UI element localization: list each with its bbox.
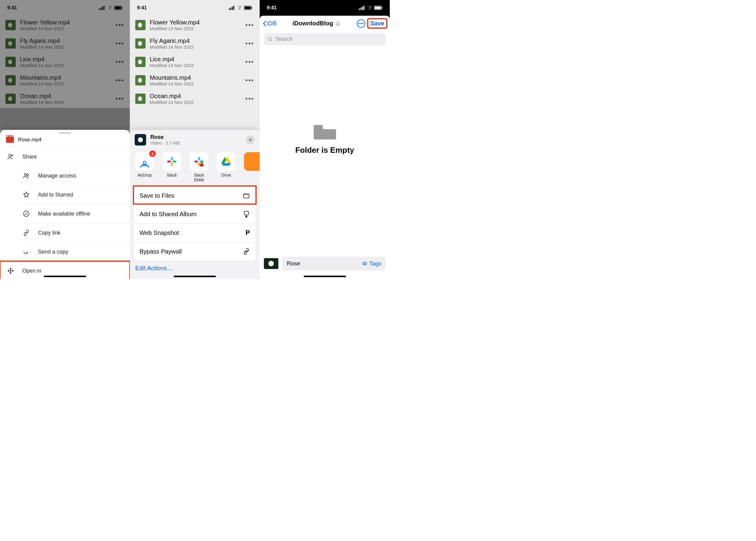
svg-rect-16 — [245, 7, 251, 9]
sheet-filename: Rose.mp4 — [18, 137, 41, 143]
more-icon[interactable]: ••• — [245, 40, 254, 47]
status-icons — [229, 6, 253, 10]
empty-folder-state: Folder is Empty — [260, 124, 390, 155]
action-copy-link[interactable]: Copy link — [22, 223, 130, 242]
file-list: Flower Yellow.mp4Modified 14 Nov 2022•••… — [0, 16, 130, 108]
svg-rect-19 — [171, 157, 173, 161]
people-icon — [22, 172, 30, 180]
svg-point-18 — [143, 161, 146, 164]
action-save-to-files[interactable]: Save to Files — [134, 187, 256, 205]
svg-rect-32 — [244, 194, 249, 198]
app-slack[interactable]: Slack — [163, 152, 181, 182]
svg-rect-24 — [200, 161, 204, 163]
video-thumb-icon — [5, 75, 16, 85]
action-share[interactable]: Share — [0, 147, 130, 166]
close-button[interactable]: ✕ — [246, 135, 255, 144]
share-actions-list: Save to Files Add to Shared Album Web Sn… — [134, 187, 256, 261]
person-plus-icon — [7, 153, 14, 161]
status-bar: 9:41 — [130, 0, 260, 16]
picker-bottom-bar: Rose Tags — [264, 257, 385, 270]
file-row[interactable]: Fly Agaric.mp4Modified 14 Nov 2022••• — [0, 34, 130, 53]
home-indicator[interactable] — [304, 275, 346, 277]
svg-rect-23 — [198, 157, 200, 161]
drive-action-sheet: Rose.mp4 Share Manage access Add to Star… — [0, 130, 130, 279]
file-row[interactable]: Ocean.mp4Modified 14 Nov 2022••• — [0, 89, 130, 108]
video-thumb-icon — [5, 38, 16, 49]
edit-actions-link[interactable]: Edit Actions… — [130, 261, 260, 276]
svg-rect-3 — [104, 6, 105, 10]
svg-rect-41 — [381, 7, 382, 9]
svg-rect-37 — [362, 7, 363, 10]
home-indicator[interactable] — [174, 275, 216, 277]
file-row[interactable]: Lice.mp4Modified 14 Nov 2022••• — [130, 53, 260, 71]
file-row[interactable]: Ocean.mp4Modified 14 Nov 2022••• — [130, 89, 260, 108]
svg-point-42 — [268, 37, 272, 40]
more-icon[interactable]: ••• — [245, 21, 254, 29]
back-button[interactable]: iDB — [263, 20, 277, 27]
picker-nav-bar: iDB iDownlodBlog⌄ ••• Save — [260, 16, 390, 31]
svg-rect-22 — [167, 161, 171, 163]
more-icon[interactable]: ••• — [245, 95, 254, 103]
svg-rect-6 — [122, 7, 122, 9]
svg-rect-20 — [173, 161, 176, 163]
svg-rect-38 — [364, 6, 365, 10]
action-add-shared-album[interactable]: Add to Shared Album — [134, 205, 256, 223]
action-web-snapshot[interactable]: Web SnapshotP — [134, 223, 256, 242]
chevron-left-icon — [263, 21, 266, 27]
tag-icon — [362, 261, 368, 266]
arrow-forward-icon — [22, 248, 30, 256]
svg-rect-2 — [102, 7, 103, 10]
svg-rect-0 — [99, 8, 100, 10]
status-time: 9:41 — [267, 5, 277, 11]
svg-rect-12 — [230, 8, 231, 10]
app-airdrop[interactable]: 1 AirDrop — [135, 152, 154, 182]
more-icon[interactable]: ••• — [115, 95, 124, 103]
more-icon[interactable]: ••• — [115, 58, 124, 66]
home-indicator[interactable] — [44, 275, 86, 277]
folder-icon — [313, 124, 337, 140]
letter-p-icon: P — [246, 229, 250, 237]
search-field[interactable]: Search — [264, 33, 385, 45]
file-row[interactable]: Mountains.mp4Modified 14 Nov 2022••• — [0, 71, 130, 89]
action-manage-access[interactable]: Manage access — [22, 166, 130, 185]
action-add-starred[interactable]: Add to Starred — [22, 185, 130, 204]
action-send-copy[interactable]: Send a copy — [22, 242, 130, 261]
app-slack-emm[interactable]: Slack EMM — [190, 152, 208, 182]
more-icon[interactable]: ••• — [115, 40, 124, 47]
file-row[interactable]: Flower Yellow.mp4Modified 14 Nov 2022••• — [130, 16, 260, 34]
star-icon — [22, 191, 30, 199]
link-icon — [22, 229, 30, 237]
more-options-button[interactable]: ••• — [357, 19, 365, 28]
action-offline[interactable]: Make available offline — [22, 204, 130, 223]
svg-rect-1 — [101, 8, 101, 10]
tags-button[interactable]: Tags — [362, 260, 381, 267]
share-apps-row[interactable]: 1 AirDrop Slack Slack EMM Drive — [130, 150, 260, 187]
link-icon — [243, 248, 250, 255]
file-row[interactable]: Lice.mp4Modified 14 Nov 2022••• — [0, 53, 130, 71]
action-bypass-paywall[interactable]: Bypass Paywall — [134, 242, 256, 261]
file-row[interactable]: Mountains.mp4Modified 14 Nov 2022••• — [130, 71, 260, 89]
more-icon[interactable]: ••• — [245, 58, 254, 66]
save-button[interactable]: Save — [368, 19, 387, 28]
chevron-down-icon: ⌄ — [335, 21, 341, 27]
panel-ios-share-sheet: 9:41 Flower Yellow.mp4Modified 14 Nov 20… — [130, 0, 260, 279]
filename-input[interactable]: Rose Tags — [283, 257, 385, 270]
app-more[interactable] — [244, 152, 260, 182]
video-file-icon — [6, 137, 14, 143]
file-row[interactable]: Fly Agaric.mp4Modified 14 Nov 2022••• — [130, 34, 260, 53]
video-thumb-icon — [135, 57, 146, 67]
status-bar: 9:41 — [260, 0, 390, 16]
ios-share-sheet: Rose Video · 2.7 MB ✕ 1 AirDrop Slack Sl… — [130, 130, 260, 279]
app-drive[interactable]: Drive — [217, 152, 236, 182]
file-row[interactable]: Flower Yellow.mp4Modified 14 Nov 2022••• — [0, 16, 130, 34]
picker-title[interactable]: iDownlodBlog⌄ — [279, 20, 355, 27]
more-icon[interactable]: ••• — [245, 76, 254, 84]
status-time: 9:41 — [137, 5, 147, 11]
more-icon[interactable]: ••• — [115, 21, 124, 29]
svg-rect-40 — [375, 7, 381, 9]
share-subtitle: Video · 2.7 MB — [150, 140, 180, 146]
svg-point-8 — [24, 174, 27, 176]
share-file-thumbnail — [135, 134, 146, 146]
svg-rect-25 — [198, 163, 200, 166]
more-icon[interactable]: ••• — [115, 76, 124, 84]
